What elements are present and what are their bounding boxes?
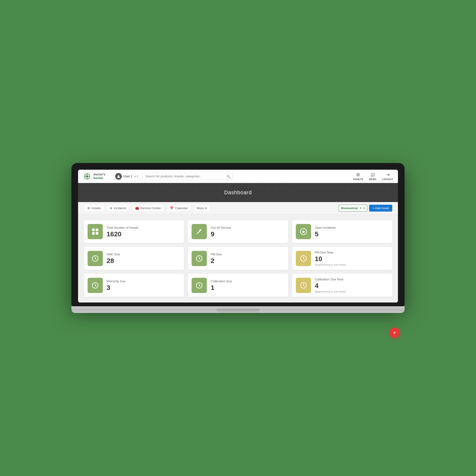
card-title-7: Calibration Due	[211, 279, 284, 283]
service-center-button[interactable]: 🧰 Service Center	[132, 204, 165, 212]
logo-icon	[83, 172, 91, 181]
card-content-6: Warranty Due 3	[107, 279, 180, 291]
logo-bazaar: bazaar	[93, 176, 105, 180]
more-label: More	[197, 206, 204, 210]
card-icon-2	[296, 224, 311, 239]
stat-card-2[interactable]: Open Incidents 5	[292, 220, 392, 243]
nav-news-label: NEWS	[369, 178, 376, 181]
nav-assets-label: ASSETS	[353, 178, 363, 181]
card-icon-1	[192, 224, 207, 239]
biomedical-label: Biomedical	[341, 206, 358, 210]
nav-news[interactable]: 📰 NEWS	[369, 172, 376, 181]
calendar-button[interactable]: 📅 Calendar	[166, 204, 191, 212]
calendar-icon: 📅	[170, 206, 174, 210]
more-button[interactable]: More ▾	[193, 204, 211, 212]
assets-btn-icon: ⊞	[87, 206, 90, 210]
card-title-6: Warranty Due	[107, 279, 180, 283]
stat-card-5[interactable]: PM Due Near 10 (Approaching in one week)	[292, 247, 392, 270]
avatar	[115, 173, 122, 180]
calendar-label: Calendar	[175, 206, 188, 210]
card-icon-7	[192, 278, 207, 293]
top-navigation: doctor's bazaar User 1 ▲▼ 🔍	[78, 170, 398, 183]
svg-rect-4	[96, 228, 98, 231]
nav-logout[interactable]: ⇥ LOGOUT	[382, 172, 393, 181]
card-content-2: Open Incidents 5	[315, 226, 389, 238]
nav-assets[interactable]: ⊞ ASSETS	[353, 172, 363, 181]
user-chevron-icon: ▲▼	[134, 175, 138, 178]
incidents-btn-label: Incidents	[114, 206, 126, 210]
add-asset-label: + Add Asset	[373, 206, 389, 210]
card-content-5: PM Due Near 10 (Approaching in one week)	[315, 251, 389, 266]
card-icon-0	[87, 224, 103, 239]
logo[interactable]: doctor's bazaar	[83, 172, 111, 181]
laptop-shell: doctor's bazaar User 1 ▲▼ 🔍	[71, 163, 405, 313]
card-content-4: PM Due 2	[211, 253, 284, 264]
card-icon-6	[87, 278, 103, 293]
card-title-5: PM Due Near	[315, 251, 389, 254]
stat-card-4[interactable]: PM Due 2	[188, 247, 288, 270]
screen-content: doctor's bazaar User 1 ▲▼ 🔍	[78, 170, 398, 303]
add-asset-button[interactable]: + Add Asset	[369, 205, 392, 212]
card-value-7: 1	[211, 284, 284, 291]
card-content-3: AMC Due 28	[107, 253, 180, 264]
svg-rect-5	[92, 232, 95, 235]
logout-icon: ⇥	[386, 172, 390, 177]
card-value-1: 9	[211, 231, 284, 238]
stat-card-7[interactable]: Calibration Due 1	[188, 274, 288, 297]
nav-actions: ⊞ ASSETS 📰 NEWS ⇥ LOGOUT	[353, 172, 393, 181]
card-value-5: 10	[315, 255, 389, 262]
card-subtitle-8: (Approaching in one week)	[315, 290, 389, 293]
card-title-1: Out Of Service	[211, 226, 284, 229]
card-title-2: Open Incidents	[315, 226, 389, 229]
stat-card-6[interactable]: Warranty Due 3	[84, 274, 184, 297]
search-bar[interactable]: 🔍	[142, 172, 233, 180]
grid-nav-icon: ⊞	[356, 172, 360, 177]
card-content-1: Out Of Service 9	[211, 226, 284, 238]
card-title-0: Total Number of Assets	[107, 226, 180, 229]
card-content-0: Total Number of Assets 1620	[107, 226, 180, 238]
stat-card-3[interactable]: AMC Due 28	[84, 247, 184, 270]
card-value-2: 5	[315, 231, 389, 238]
fab-button[interactable]: +	[389, 327, 400, 338]
card-content-7: Calibration Due 1	[211, 279, 284, 291]
card-content-8: Calibration Due Near 4 (Approaching in o…	[315, 277, 389, 293]
card-icon-8	[296, 278, 311, 293]
service-center-icon: 🧰	[135, 206, 139, 210]
card-title-4: PM Due	[211, 253, 284, 256]
laptop-hinge	[217, 309, 259, 313]
card-value-0: 1620	[107, 231, 180, 238]
more-chevron-icon: ▾	[205, 206, 207, 210]
filter-close-icon: ✕	[360, 207, 361, 209]
stat-card-0[interactable]: Total Number of Assets 1620	[84, 220, 184, 243]
card-icon-5	[296, 251, 311, 266]
card-icon-4	[192, 251, 207, 266]
search-input[interactable]	[142, 172, 233, 180]
stat-card-8[interactable]: Calibration Due Near 4 (Approaching in o…	[292, 274, 392, 297]
fab-icon: +	[393, 330, 396, 336]
logo-doc: doctor's	[93, 173, 105, 176]
stat-card-1[interactable]: Out Of Service 9	[188, 220, 288, 243]
assets-btn-label: Assets	[91, 206, 101, 210]
screen-shell: doctor's bazaar User 1 ▲▼ 🔍	[71, 163, 405, 306]
biomedical-filter[interactable]: Biomedical ✕ ▾	[339, 205, 367, 212]
incidents-button[interactable]: ⊕ Incidents	[106, 204, 130, 212]
card-value-3: 28	[107, 257, 180, 264]
card-icon-3	[87, 251, 103, 266]
stats-grid: Total Number of Assets 1620 Out Of Servi…	[84, 220, 392, 297]
svg-rect-6	[96, 232, 98, 235]
svg-point-1	[86, 175, 88, 177]
logo-text: doctor's bazaar	[93, 173, 105, 180]
service-center-label: Service Center	[140, 206, 161, 210]
laptop-base	[71, 306, 405, 313]
user-label: User 1	[123, 174, 132, 178]
user-menu[interactable]: User 1 ▲▼	[115, 173, 138, 180]
news-icon: 📰	[370, 172, 375, 177]
card-value-8: 4	[315, 283, 389, 289]
toolbar: ⊞ Assets ⊕ Incidents 🧰 Service Center 📅 …	[78, 202, 398, 214]
incidents-btn-icon: ⊕	[110, 206, 112, 210]
dashboard-banner: Dashboard	[78, 183, 398, 202]
dashboard-title: Dashboard	[224, 189, 252, 196]
assets-button[interactable]: ⊞ Assets	[84, 204, 104, 212]
nav-logout-label: LOGOUT	[382, 178, 393, 181]
search-icon: 🔍	[227, 174, 230, 178]
